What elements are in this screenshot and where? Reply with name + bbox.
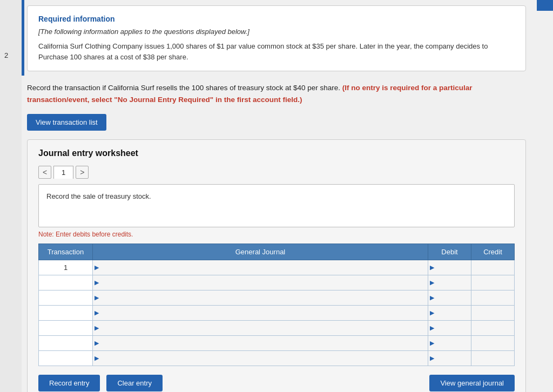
row1-transaction: 1 <box>39 260 93 275</box>
row2-debit[interactable]: ▶ <box>428 275 471 290</box>
row2-gj-input[interactable] <box>100 278 428 288</box>
row6-debit[interactable]: ▶ <box>428 336 471 351</box>
row7-transaction <box>39 351 93 366</box>
tab-navigation: < 1 > <box>38 166 515 179</box>
row7-debit[interactable]: ▶ <box>428 351 471 366</box>
row7-general-journal[interactable]: ▶ <box>93 351 428 366</box>
row4-general-journal[interactable]: ▶ <box>93 306 428 321</box>
row5-credit-input[interactable] <box>471 321 514 335</box>
view-general-journal-button[interactable]: View general journal <box>429 375 515 391</box>
table-row: ▶ ▶ <box>39 351 515 366</box>
row5-general-journal[interactable]: ▶ <box>93 321 428 336</box>
row6-credit[interactable] <box>471 336 515 351</box>
row5-debit-arrow: ▶ <box>428 323 436 333</box>
journal-table: Transaction General Journal Debit Credit… <box>38 244 515 366</box>
row5-debit-input[interactable] <box>436 323 471 333</box>
sidebar-number: 2 <box>4 51 8 59</box>
row1-general-journal[interactable]: ▶ <box>93 260 428 275</box>
row6-gj-arrow: ▶ <box>93 339 100 348</box>
row6-gj-input[interactable] <box>100 338 428 348</box>
col-header-general-journal: General Journal <box>93 244 428 260</box>
row4-debit-input[interactable] <box>436 308 471 318</box>
row3-credit[interactable] <box>471 290 515 306</box>
tab-next-button[interactable]: > <box>76 166 89 179</box>
note-text: Note: Enter debits before credits. <box>38 231 515 238</box>
row3-debit-input[interactable] <box>436 293 471 303</box>
row3-gj-arrow: ▶ <box>93 293 100 302</box>
row5-credit[interactable] <box>471 321 515 336</box>
row4-transaction <box>39 306 93 321</box>
row3-debit-arrow: ▶ <box>428 293 436 302</box>
required-info-title: Required information <box>38 15 515 23</box>
row2-gj-arrow: ▶ <box>93 278 100 287</box>
table-row: ▶ ▶ <box>39 306 515 321</box>
row5-debit[interactable]: ▶ <box>428 321 471 336</box>
instruction-text: Record the transaction if California Sur… <box>27 82 526 105</box>
required-info-body: California Surf Clothing Company issues … <box>38 41 515 62</box>
row3-debit[interactable]: ▶ <box>428 290 471 306</box>
col-header-debit: Debit <box>428 244 471 260</box>
col-header-transaction: Transaction <box>39 244 93 260</box>
view-transaction-list-button[interactable]: View transaction list <box>27 114 106 131</box>
page-wrapper: 2 Required information [The following in… <box>0 0 553 392</box>
clear-entry-button[interactable]: Clear entry <box>106 375 163 391</box>
row2-credit[interactable] <box>471 275 515 290</box>
row1-debit-arrow: ▶ <box>428 263 436 272</box>
row2-debit-arrow: ▶ <box>428 278 436 287</box>
main-content: Required information [The following info… <box>27 0 542 392</box>
table-row: ▶ ▶ <box>39 336 515 351</box>
required-info-box: Required information [The following info… <box>27 5 526 71</box>
required-info-italic: [The following information applies to th… <box>38 28 515 36</box>
row1-gj-arrow: ▶ <box>93 263 100 272</box>
table-row: ▶ ▶ <box>39 321 515 336</box>
row3-credit-input[interactable] <box>471 290 514 305</box>
row6-debit-input[interactable] <box>436 338 471 348</box>
row7-credit-input[interactable] <box>471 351 514 366</box>
row2-transaction <box>39 275 93 290</box>
row4-credit-input[interactable] <box>471 306 514 320</box>
record-entry-button[interactable]: Record entry <box>38 375 100 391</box>
row1-gj-input[interactable] <box>100 262 428 273</box>
row7-credit[interactable] <box>471 351 515 366</box>
row2-credit-input[interactable] <box>471 275 514 290</box>
row2-general-journal[interactable]: ▶ <box>93 275 428 290</box>
row4-gj-arrow: ▶ <box>93 308 100 317</box>
row4-credit[interactable] <box>471 306 515 321</box>
table-row: ▶ ▶ <box>39 290 515 306</box>
row7-debit-arrow: ▶ <box>428 354 436 363</box>
record-description: Record the sale of treasury stock. <box>38 184 515 227</box>
row6-transaction <box>39 336 93 351</box>
tab-prev-button[interactable]: < <box>38 166 51 179</box>
row1-debit-input[interactable] <box>436 262 471 273</box>
row1-credit[interactable] <box>471 260 515 275</box>
row7-gj-arrow: ▶ <box>93 354 100 363</box>
row3-transaction <box>39 290 93 306</box>
row5-gj-input[interactable] <box>100 323 428 333</box>
row5-transaction <box>39 321 93 336</box>
col-header-credit: Credit <box>471 244 515 260</box>
top-right-accent <box>537 0 553 11</box>
tab-1[interactable]: 1 <box>53 166 73 179</box>
row2-debit-input[interactable] <box>436 278 471 288</box>
question-blue-bar <box>22 0 24 76</box>
sidebar-left: 2 <box>0 0 22 392</box>
row4-debit-arrow: ▶ <box>428 308 436 317</box>
row6-debit-arrow: ▶ <box>428 339 436 348</box>
table-row: 1 ▶ ▶ <box>39 260 515 275</box>
instruction-part1: Record the transaction if California Sur… <box>27 84 342 92</box>
row6-credit-input[interactable] <box>471 336 514 350</box>
row7-gj-input[interactable] <box>100 353 428 363</box>
row1-credit-input[interactable] <box>471 260 514 275</box>
table-row: ▶ ▶ <box>39 275 515 290</box>
row3-gj-input[interactable] <box>100 293 428 303</box>
row4-gj-input[interactable] <box>100 308 428 318</box>
row3-general-journal[interactable]: ▶ <box>93 290 428 306</box>
row5-gj-arrow: ▶ <box>93 323 100 333</box>
journal-worksheet-title: Journal entry worksheet <box>38 148 515 158</box>
row7-debit-input[interactable] <box>436 353 471 363</box>
journal-worksheet: Journal entry worksheet < 1 > Record the… <box>27 139 526 392</box>
bottom-buttons: Record entry Clear entry View general jo… <box>38 375 515 391</box>
row6-general-journal[interactable]: ▶ <box>93 336 428 351</box>
row1-debit[interactable]: ▶ <box>428 260 471 275</box>
row4-debit[interactable]: ▶ <box>428 306 471 321</box>
